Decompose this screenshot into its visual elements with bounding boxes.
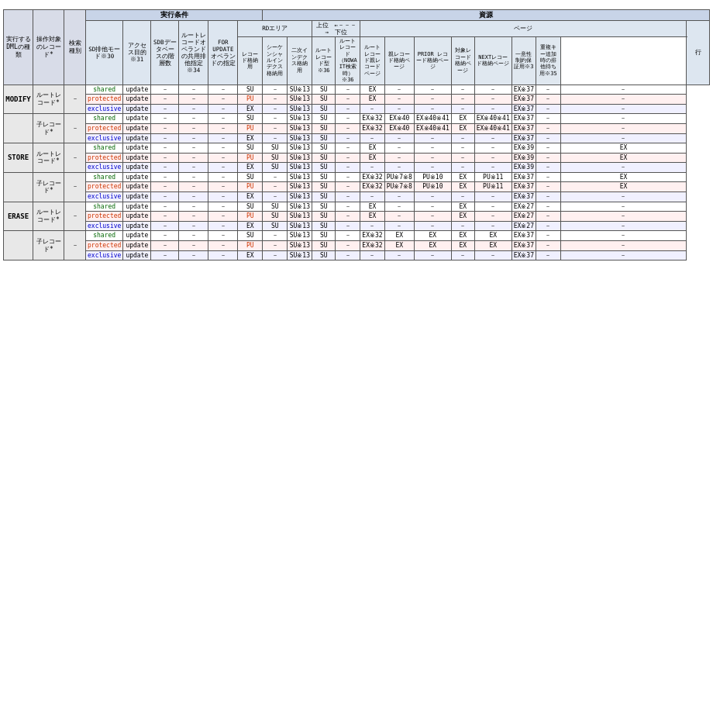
sdb-cell: －: [151, 202, 179, 212]
seq-idx-cell: －: [263, 182, 288, 192]
prior-page-cell: EX※40: [384, 123, 414, 133]
row-cell: －: [560, 250, 686, 260]
sdb-cell: －: [151, 85, 179, 95]
for-update-cell: －: [208, 250, 238, 260]
seq-idx-col: シーケンシャルインデクス格納用: [263, 36, 288, 85]
next-page2-cell: －: [474, 250, 512, 260]
seq-idx-cell: －: [263, 172, 288, 182]
next-page2-cell: －: [474, 163, 512, 173]
for-update-cell: －: [208, 192, 238, 202]
rt-page-cell: EX: [360, 212, 384, 222]
next-page-cell: －: [451, 153, 474, 163]
seq-idx-cell: －: [263, 231, 288, 241]
rd-cell: EX: [238, 163, 263, 173]
next-page2-cell: －: [474, 202, 512, 212]
access-cell: update: [123, 221, 151, 231]
rt-type2-cell: SU: [312, 114, 336, 124]
search-cell: －: [64, 143, 86, 173]
table-row: 子レコード*－sharedupdate－－－SU－SU※13SU－EX※32EX…: [4, 231, 710, 241]
access-cell: update: [123, 163, 151, 173]
target-page-cell: －: [414, 104, 451, 114]
rt-page-cell: －: [360, 221, 384, 231]
dup-cell: －: [536, 250, 560, 260]
access-cell: update: [123, 114, 151, 124]
next-page2-cell: PU※11: [474, 172, 512, 182]
sdb-cell: －: [151, 163, 179, 173]
rt-type2-cell: SU: [312, 133, 336, 143]
rt-page-cell: EX※32: [360, 172, 384, 182]
next-page2-cell: PU※11: [474, 182, 512, 192]
table-row: STOREルートレコード*－sharedupdate－－－SUSUSU※13SU…: [4, 143, 710, 154]
rt-page-cell: EX※32: [360, 231, 384, 241]
rt-type2-cell: SU: [312, 172, 336, 182]
access-cell: update: [123, 85, 151, 95]
table-body: MODIFYルートレコード*－sharedupdate－－－SU－SU※13SU…: [4, 85, 710, 260]
rt-page-cell: －: [360, 163, 384, 173]
seq-idx-cell: SU: [263, 221, 288, 231]
for-update-cell: －: [208, 221, 238, 231]
table-row: 子レコード*－sharedupdate－－－SU－SU※13SU－EX※32PU…: [4, 172, 710, 182]
next-page2-cell: EX: [474, 231, 512, 241]
next-page-cell: EX: [451, 172, 474, 182]
dml-cell: [4, 231, 33, 260]
rt-type2-cell: SU: [312, 241, 336, 251]
prior-page-cell: EX: [384, 241, 414, 251]
rt-type2-cell: SU: [312, 85, 336, 95]
next-page-cell: EX: [451, 231, 474, 241]
row-cell: －: [560, 192, 686, 202]
rd-cell: SU: [238, 114, 263, 124]
for-update-cell: －: [208, 123, 238, 133]
consist-cell: EX※37: [512, 182, 536, 192]
rt-nowa-cell: －: [336, 241, 360, 251]
sdb-cell: －: [151, 182, 179, 192]
next-page2-cell: －: [474, 95, 512, 105]
table-row: ERASEルートレコード*－sharedupdate－－－SUSUSU※13SU…: [4, 202, 710, 212]
seq-idx-cell: －: [263, 104, 288, 114]
sec-idx-cell: SU※13: [288, 231, 312, 241]
consist-cell: EX※37: [512, 114, 536, 124]
rt-type2-cell: SU: [312, 182, 336, 192]
sd-exclude-header: SD排他モード※30: [86, 20, 123, 85]
rt-nowa-cell: －: [336, 221, 360, 231]
target-page-cell: EX※40※41: [414, 123, 451, 133]
rd-cell: PU: [238, 212, 263, 222]
next-page-cell: －: [451, 85, 474, 95]
col-search-header: 検索種別: [64, 10, 86, 85]
rt-nowa-cell: －: [336, 153, 360, 163]
next-page2-cell: －: [474, 104, 512, 114]
prior-page-cell: －: [384, 202, 414, 212]
next-page2-cell: －: [474, 221, 512, 231]
next-page2-cell: －: [474, 192, 512, 202]
target-page-cell: －: [414, 143, 451, 154]
seq-idx-cell: SU: [263, 153, 288, 163]
op-target-cell: ルートレコード*: [33, 143, 64, 173]
consist-cell: EX※37: [512, 104, 536, 114]
sd-mode-cell: protected: [86, 95, 123, 105]
route-lock-header: ルートレコードオペランドの共用排他指定※34: [179, 20, 208, 85]
table-row: protectedupdate－－－PUSUSU※13SU－EX－－－－EX※3…: [4, 153, 710, 163]
rt-type2-cell: SU: [312, 202, 336, 212]
next-page2-cell: －: [474, 212, 512, 222]
col-op-header: 操作対象のレコード*: [33, 10, 64, 85]
rd-cell: PU: [238, 123, 263, 133]
next-page2-col: NEXTレコード格納ページ: [474, 36, 512, 85]
rt-nowa-cell: －: [336, 123, 360, 133]
rt-page-cell: EX: [360, 153, 384, 163]
table-row: protectedupdate－－－PUSUSU※13SU－EX－－EX－EX※…: [4, 212, 710, 222]
sdb-cell: －: [151, 114, 179, 124]
search-cell: －: [64, 114, 86, 143]
for-update-cell: －: [208, 241, 238, 251]
target-page-cell: PU※10: [414, 172, 451, 182]
upper-lower-header: 上位 ←－－－→ 下位: [312, 20, 360, 36]
dup-cell: －: [536, 133, 560, 143]
rt-nowa-cell: －: [336, 202, 360, 212]
sd-mode-cell: protected: [86, 241, 123, 251]
dup-cell: －: [536, 221, 560, 231]
rt-page-cell: －: [360, 104, 384, 114]
consist-cell: EX※37: [512, 123, 536, 133]
dup-cell: －: [536, 192, 560, 202]
prior-page-cell: －: [384, 221, 414, 231]
sd-mode-cell: exclusive: [86, 250, 123, 260]
access-cell: update: [123, 95, 151, 105]
for-update-cell: －: [208, 202, 238, 212]
